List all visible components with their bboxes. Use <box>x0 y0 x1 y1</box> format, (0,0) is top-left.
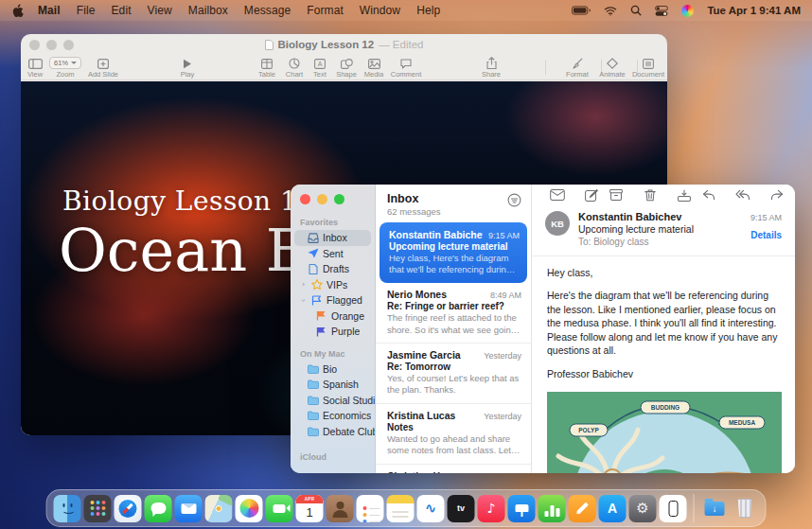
dock-music[interactable]: ♪ <box>478 495 505 522</box>
flag-orange-icon <box>315 310 327 321</box>
menu-view[interactable]: View <box>148 4 172 17</box>
details-link[interactable]: Details <box>750 230 782 240</box>
zoom-button[interactable] <box>63 40 74 50</box>
document-button[interactable]: Document <box>627 56 667 79</box>
slide-heading: Biology Lesson 12 <box>62 185 315 217</box>
dock-messages[interactable] <box>145 495 172 522</box>
dock-pages[interactable] <box>569 495 596 522</box>
add-slide-button[interactable]: Add Slide <box>81 56 125 79</box>
compose-icon[interactable] <box>579 185 604 205</box>
message-header: KB Konstantin Babichev Upcoming lecture … <box>532 205 795 256</box>
dock-notes[interactable] <box>387 495 415 522</box>
menu-help[interactable]: Help <box>416 4 440 17</box>
filter-icon[interactable] <box>507 193 521 217</box>
checklist-icon <box>362 506 366 510</box>
close-button[interactable] <box>300 194 310 204</box>
dock-photos[interactable] <box>236 495 263 522</box>
sidebar-item-vips[interactable]: › VIPs <box>291 277 375 293</box>
minimize-button[interactable] <box>317 194 327 204</box>
battery-icon[interactable] <box>572 6 591 15</box>
section-on-my-mac: On My Mac <box>291 349 375 361</box>
message-list-item[interactable]: Konstantin Babichev9:15 AM Upcoming lect… <box>380 222 527 284</box>
dock-iphone-mirroring[interactable] <box>660 495 687 522</box>
desktop: Mail File Edit View Mailbox Message Form… <box>0 0 812 529</box>
dock-finder[interactable] <box>54 495 81 522</box>
dock-keynote[interactable] <box>508 495 536 522</box>
message-list-item[interactable]: Nerio Mones8:49 AM Re: Fringe or barrier… <box>376 283 531 343</box>
window-title: Biology Lesson 12 <box>278 39 375 50</box>
sidebar-item-social-studies[interactable]: Social Studies <box>291 393 375 409</box>
sidebar-item-sent[interactable]: Sent <box>291 246 375 262</box>
menu-message[interactable]: Message <box>244 4 291 17</box>
menu-edit[interactable]: Edit <box>112 4 132 17</box>
pinwheel-icon <box>239 499 258 518</box>
dock-reminders[interactable] <box>357 495 384 522</box>
dock-app-store[interactable]: A <box>599 495 627 522</box>
share-button[interactable]: Share <box>469 56 513 79</box>
dock-downloads[interactable]: ↓ <box>701 495 729 522</box>
sidebar-item-drafts[interactable]: Drafts <box>291 261 375 277</box>
sidebar-item-inbox[interactable]: Inbox <box>294 230 371 246</box>
menu-mailbox[interactable]: Mailbox <box>188 4 228 17</box>
chevron-right-icon[interactable]: › <box>300 280 307 289</box>
sidebar-item-economics[interactable]: Economics <box>291 408 375 424</box>
close-button[interactable] <box>29 40 40 50</box>
pen-icon <box>576 503 589 515</box>
search-icon[interactable] <box>630 5 642 16</box>
get-mail-icon[interactable] <box>545 185 570 205</box>
dock-separator <box>694 494 695 522</box>
message-list-item[interactable]: Christine Huang11/07/23 Debate club - re… <box>376 464 531 474</box>
dock-maps[interactable] <box>205 495 233 522</box>
mailbox-title: Inbox <box>387 193 441 206</box>
menu-window[interactable]: Window <box>360 4 400 17</box>
dock-system-settings[interactable]: ⚙ <box>629 495 657 522</box>
control-center-icon[interactable] <box>655 6 668 16</box>
envelope-icon <box>181 503 196 514</box>
dock-calendar[interactable]: APR 1 <box>296 495 324 522</box>
forward-icon[interactable] <box>765 185 789 205</box>
menu-format[interactable]: Format <box>307 4 344 17</box>
sidebar-item-flag-purple[interactable]: Purple <box>291 324 375 340</box>
chevron-down-icon[interactable]: › <box>299 297 308 304</box>
menu-bar-clock[interactable]: Tue Apr 1 9:41 AM <box>707 5 801 16</box>
minimize-button[interactable] <box>46 40 57 50</box>
sidebar-item-debate-club[interactable]: Debate Club <box>291 424 375 440</box>
zoom-button[interactable] <box>334 194 344 204</box>
bar-chart-icon <box>544 511 548 517</box>
message-list-item[interactable]: Kristina LucasYesterday Notes Wanted to … <box>376 403 531 464</box>
dock-trash[interactable] <box>732 495 759 522</box>
video-camera-icon <box>274 504 286 513</box>
dock-safari[interactable] <box>115 495 142 522</box>
archive-icon[interactable] <box>604 185 628 205</box>
apple-menu-icon[interactable] <box>11 3 25 18</box>
more-icon[interactable] <box>789 185 795 205</box>
dock-facetime[interactable] <box>266 495 293 522</box>
section-icloud[interactable]: iCloud <box>291 452 375 465</box>
mail-sidebar: Favorites Inbox Sent Drafts › VIPs › <box>291 185 376 473</box>
dock-numbers[interactable] <box>538 495 566 522</box>
reply-all-icon[interactable] <box>731 185 755 205</box>
dock-mail[interactable] <box>175 495 203 522</box>
dock-freeform[interactable]: ∿ <box>417 495 445 522</box>
sidebar-item-spanish[interactable]: Spanish <box>291 377 375 393</box>
sidebar-item-bio[interactable]: Bio <box>291 361 375 378</box>
folder-icon <box>307 427 319 436</box>
map-pin-icon <box>216 505 222 512</box>
reply-icon[interactable] <box>697 185 721 205</box>
siri-icon[interactable] <box>681 5 694 17</box>
podium-icon <box>515 504 528 512</box>
trash-icon[interactable] <box>638 185 662 205</box>
wifi-icon[interactable] <box>604 6 617 16</box>
menu-file[interactable]: File <box>77 4 96 17</box>
attachment-diagram[interactable]: POLYP BUDDING MEDUSA <box>547 392 795 473</box>
sidebar-item-flag-orange[interactable]: Orange <box>291 309 375 325</box>
play-button[interactable]: Play <box>166 56 209 79</box>
sidebar-item-flagged[interactable]: › Flagged <box>291 292 375 309</box>
junk-icon[interactable] <box>672 185 697 205</box>
dock-launchpad[interactable] <box>84 495 112 522</box>
comment-button[interactable]: Comment <box>384 56 428 79</box>
menu-mail[interactable]: Mail <box>38 4 61 17</box>
dock-contacts[interactable] <box>327 495 354 522</box>
dock-apple-tv[interactable]: tv <box>448 495 475 522</box>
message-list-item[interactable]: Jasmine GarciaYesterday Re: Tomorrow Yes… <box>376 343 531 403</box>
